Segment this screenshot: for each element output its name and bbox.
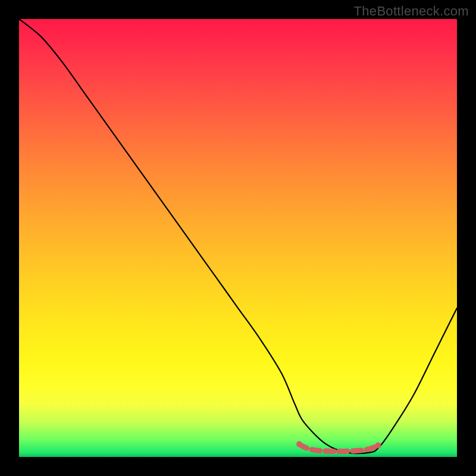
watermark-text: TheBottleneck.com <box>354 4 469 19</box>
optimal-range-marker <box>299 444 378 452</box>
plot-area <box>19 19 457 457</box>
chart-svg <box>19 19 457 457</box>
optimal-end-dot <box>375 443 381 449</box>
bottleneck-curve <box>19 19 457 453</box>
optimal-start-dot <box>296 441 302 447</box>
